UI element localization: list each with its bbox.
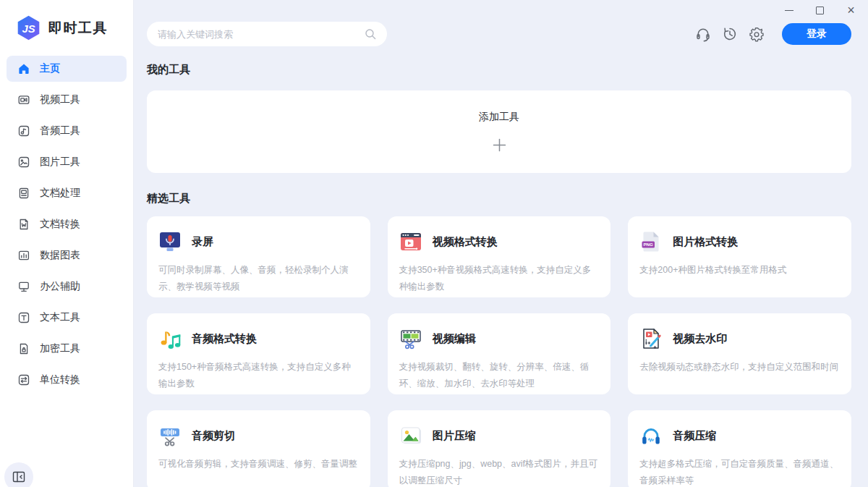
sidebar-nav: 主页 视频工具 音频工具 图片工具 (0, 56, 133, 393)
app-logo: JS 即时工具 (0, 0, 133, 42)
sidebar-item-label: 图片工具 (40, 156, 80, 169)
sidebar-item-home[interactable]: 主页 (7, 56, 127, 82)
unit-convert-icon (17, 373, 30, 386)
sidebar-item-label: 加密工具 (40, 342, 80, 355)
add-icon (492, 137, 507, 153)
video-tools-icon (17, 93, 30, 106)
close-icon: × (847, 4, 855, 17)
video-format-icon (399, 230, 422, 253)
tool-card-screen-record[interactable]: 录屏 可同时录制屏幕、人像、音频，轻松录制个人演示、教学视频等视频 (147, 216, 370, 297)
sidebar-item-office-assist[interactable]: 办公辅助 (7, 274, 127, 300)
home-icon (17, 62, 30, 75)
search-input[interactable] (158, 29, 365, 40)
video-watermark-icon (639, 327, 663, 350)
logo-icon: JS (15, 14, 42, 41)
collapse-sidebar-icon (12, 470, 26, 484)
app-window: JS 即时工具 主页 视频工具 音频工具 (0, 0, 868, 487)
sidebar-item-label: 视频工具 (40, 93, 80, 106)
sidebar-item-data-chart[interactable]: 数据图表 (7, 242, 127, 268)
screen-record-icon (158, 230, 182, 253)
tool-card-video-format[interactable]: 视频格式转换 支持350+种音视频格式高速转换，支持自定义多种输出参数 (388, 216, 611, 297)
sidebar-item-doc-convert[interactable]: 文档转换 (7, 211, 127, 237)
history-icon (722, 26, 738, 42)
tool-card-desc: 支持150+种音频格式高速转换，支持自定义多种输出参数 (158, 359, 359, 392)
my-tools-title: 我的工具 (147, 63, 851, 77)
tool-card-desc: 支持200+种图片格式转换至常用格式 (639, 262, 840, 279)
sidebar-item-label: 办公辅助 (40, 280, 80, 293)
image-tools-icon (17, 156, 30, 169)
sidebar-item-doc-process[interactable]: 文档处理 (7, 180, 127, 206)
headset-icon (695, 26, 711, 42)
tool-card-title: 视频去水印 (673, 332, 727, 346)
data-chart-icon (17, 249, 30, 262)
tool-card-audio-compress[interactable]: 音频压缩 支持超多格式压缩，可自定音频质量、音频通道、音频采样率等 (628, 410, 851, 487)
tool-card-desc: 可同时录制屏幕、人像、音频，轻松录制个人演示、教学视频等视频 (158, 262, 359, 295)
main-content: × 登录 我的工具 添加工具 (134, 0, 868, 487)
tool-card-title: 音频格式转换 (192, 332, 257, 346)
audio-format-icon (158, 327, 182, 350)
tool-card-title: 音频压缩 (673, 429, 716, 443)
encrypt-tools-icon (17, 342, 30, 355)
tool-card-desc: 去除视频动态或静态水印，支持自定义范围和时间 (639, 359, 840, 376)
minimize-icon (785, 10, 793, 11)
tool-card-video-edit[interactable]: 视频编辑 支持视频裁切、翻转、旋转、分辨率、倍速、循环、缩放、加水印、去水印等处… (388, 313, 611, 394)
audio-cut-icon (158, 424, 182, 447)
collapse-sidebar-button[interactable] (4, 462, 33, 487)
search-box[interactable] (147, 22, 387, 46)
maximize-button[interactable] (804, 0, 835, 20)
sidebar-item-image-tools[interactable]: 图片工具 (7, 149, 127, 175)
search-icon[interactable] (365, 28, 376, 40)
tool-card-audio-cut[interactable]: 音频剪切 可视化音频剪辑，支持音频调速、修剪、音量调整 (147, 410, 370, 487)
sidebar-item-label: 音频工具 (40, 124, 80, 137)
settings-button[interactable] (748, 25, 765, 43)
sidebar: JS 即时工具 主页 视频工具 音频工具 (0, 0, 134, 487)
tool-card-video-watermark[interactable]: 视频去水印 去除视频动态或静态水印，支持自定义范围和时间 (628, 313, 851, 394)
add-tool-card[interactable]: 添加工具 (147, 90, 851, 173)
maximize-icon (816, 7, 824, 14)
tool-card-desc: 支持350+种音视频格式高速转换，支持自定义多种输出参数 (399, 262, 600, 295)
sidebar-item-text-tools[interactable]: 文本工具 (7, 305, 127, 331)
add-tool-label: 添加工具 (479, 111, 519, 124)
sidebar-item-encrypt-tools[interactable]: 加密工具 (7, 336, 127, 362)
tool-card-desc: 支持超多格式压缩，可自定音频质量、音频通道、音频采样率等 (639, 456, 840, 487)
tool-card-title: 音频剪切 (192, 429, 235, 443)
audio-compress-icon (639, 424, 663, 447)
login-button[interactable]: 登录 (782, 23, 851, 45)
featured-tools-grid: 录屏 可同时录制屏幕、人像、音频，轻松录制个人演示、教学视频等视频 (147, 216, 851, 487)
tool-card-desc: 支持压缩png、jpg、webp、avif格式图片，并且可以调整压缩尺寸 (399, 456, 600, 487)
tool-card-desc: 可视化音频剪辑，支持音频调速、修剪、音量调整 (158, 456, 359, 473)
sidebar-item-label: 主页 (40, 62, 60, 75)
tool-card-image-format[interactable]: PNG 图片格式转换 支持200+种图片格式转换至常用格式 (628, 216, 851, 297)
tool-card-title: 图片压缩 (433, 429, 476, 443)
support-button[interactable] (694, 25, 712, 43)
tool-card-title: 图片格式转换 (673, 235, 738, 249)
sidebar-item-label: 文档处理 (40, 187, 80, 200)
tool-card-image-compress[interactable]: 图片压缩 支持压缩png、jpg、webp、avif格式图片，并且可以调整压缩尺… (388, 410, 611, 487)
tool-card-title: 录屏 (192, 235, 213, 249)
minimize-button[interactable] (773, 0, 804, 20)
sidebar-item-video-tools[interactable]: 视频工具 (7, 87, 127, 113)
window-controls: × (773, 0, 867, 20)
sidebar-item-audio-tools[interactable]: 音频工具 (7, 118, 127, 144)
image-compress-icon (399, 424, 422, 447)
settings-icon (749, 26, 765, 42)
history-button[interactable] (721, 25, 739, 43)
sidebar-item-label: 单位转换 (40, 373, 80, 386)
tool-card-audio-format[interactable]: 音频格式转换 支持150+种音频格式高速转换，支持自定义多种输出参数 (147, 313, 370, 394)
tool-card-title: 视频编辑 (433, 332, 476, 346)
sidebar-item-unit-convert[interactable]: 单位转换 (7, 367, 127, 393)
sidebar-item-label: 文档转换 (40, 218, 80, 231)
topbar: 登录 (147, 22, 851, 46)
close-button[interactable]: × (835, 0, 867, 20)
featured-tools-title: 精选工具 (147, 192, 851, 206)
tool-card-desc: 支持视频裁切、翻转、旋转、分辨率、倍速、循环、缩放、加水印、去水印等处理 (399, 359, 600, 392)
png-file-icon: PNG (639, 230, 663, 253)
svg-text:PNG: PNG (644, 242, 654, 247)
office-assist-icon (17, 280, 30, 293)
topbar-actions: 登录 (694, 23, 851, 45)
doc-process-icon (17, 187, 30, 200)
sidebar-item-label: 文本工具 (40, 311, 80, 324)
video-edit-icon (399, 327, 422, 350)
doc-convert-icon (17, 218, 30, 231)
sidebar-item-label: 数据图表 (40, 249, 80, 262)
